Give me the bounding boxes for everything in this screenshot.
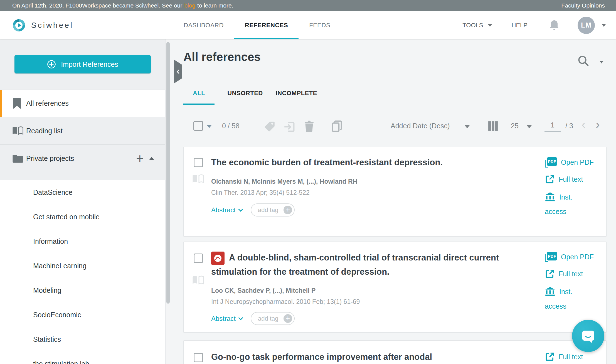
faculty-opinions-label: Faculty Opinions bbox=[561, 2, 605, 9]
reference-card-footer: Abstract add tag + bbox=[211, 203, 295, 217]
reference-checkbox[interactable] bbox=[194, 353, 203, 362]
open-pdf-link[interactable]: PDF Open PDF bbox=[545, 252, 594, 262]
sidebar-item-all-references[interactable]: All references bbox=[0, 90, 165, 117]
copy-icon[interactable] bbox=[331, 120, 343, 132]
project-item[interactable]: the stimulation lab bbox=[0, 351, 165, 364]
abstract-label: Abstract bbox=[211, 315, 236, 323]
institutional-access-link[interactable]: Inst. access bbox=[545, 191, 593, 218]
add-tag-label: add tag bbox=[258, 315, 278, 322]
pdf-icon: PDF bbox=[545, 157, 557, 168]
reference-checkbox[interactable] bbox=[194, 254, 203, 263]
tab-incomplete[interactable]: INCOMPLETE bbox=[276, 84, 317, 105]
tab-unsorted[interactable]: UNSORTED bbox=[227, 84, 263, 105]
sort-chevron-down-icon[interactable] bbox=[465, 125, 470, 128]
brand[interactable]: Sciwheel bbox=[12, 11, 73, 39]
reference-title[interactable]: The economic burden of treatment-resista… bbox=[211, 156, 539, 169]
select-all-checkbox[interactable] bbox=[193, 121, 203, 131]
chevron-down-icon bbox=[488, 24, 492, 27]
import-references-button[interactable]: Import References bbox=[14, 55, 151, 73]
reference-card: A double-blind, sham-controlled trial of… bbox=[183, 242, 607, 333]
reference-source: Int J Neuropsychopharmacol. 2010 Feb; 13… bbox=[211, 298, 360, 306]
tag-icon[interactable] bbox=[264, 120, 275, 132]
inst-access-label-2: access bbox=[545, 302, 566, 310]
full-text-link[interactable]: Full text bbox=[545, 174, 594, 184]
nav-references[interactable]: REFERENCES bbox=[234, 11, 299, 39]
columns-icon[interactable] bbox=[487, 120, 499, 132]
inst-access-label-2: access bbox=[545, 208, 566, 215]
project-item[interactable]: Get started on mobile bbox=[0, 205, 165, 229]
open-pdf-link[interactable]: PDF Open PDF bbox=[545, 157, 594, 168]
search-chevron-down-icon[interactable] bbox=[599, 61, 604, 63]
tab-all[interactable]: ALL bbox=[183, 84, 215, 105]
sciwheel-app: On April 12th, 2020, F1000Workspace beca… bbox=[0, 0, 616, 364]
reference-checkbox[interactable] bbox=[194, 158, 203, 167]
full-text-label: Full text bbox=[559, 353, 583, 361]
reading-list-book-icon bbox=[192, 174, 204, 184]
project-item[interactable]: DataScience bbox=[0, 180, 165, 205]
sidebar-scrollbar-thumb[interactable] bbox=[166, 42, 170, 304]
sidebar-item-label: Reading list bbox=[26, 127, 63, 135]
previous-page-button[interactable]: ‹ bbox=[581, 118, 586, 131]
reading-list-book-icon bbox=[192, 275, 204, 285]
reference-source: Clin Ther. 2013 Apr; 35(4) 512-522 bbox=[211, 189, 310, 196]
reference-title[interactable]: A double-blind, sham-controlled trial of… bbox=[211, 251, 534, 279]
add-project-button[interactable]: + bbox=[136, 152, 144, 165]
sidebar-item-private-projects[interactable]: Private projects + bbox=[0, 145, 165, 172]
trash-icon[interactable] bbox=[303, 120, 315, 132]
sidebar: Import References All references bbox=[0, 39, 165, 364]
project-item[interactable]: MachineLearning bbox=[0, 254, 165, 278]
project-item[interactable]: Statistics bbox=[0, 327, 165, 351]
chat-support-button[interactable] bbox=[572, 320, 604, 352]
folder-icon bbox=[12, 154, 23, 163]
tools-menu[interactable]: TOOLS bbox=[462, 22, 492, 29]
page-size-dropdown[interactable]: 25 bbox=[511, 122, 519, 130]
full-text-link[interactable]: Full text bbox=[545, 269, 594, 279]
header-right-cluster: TOOLS HELP LM bbox=[462, 11, 606, 39]
sort-dropdown[interactable]: Added Date (Desc) bbox=[391, 122, 450, 130]
reference-tabs: ALL UNSORTED INCOMPLETE bbox=[183, 84, 317, 105]
next-page-button[interactable]: › bbox=[596, 118, 600, 131]
full-text-link[interactable]: Full text bbox=[545, 352, 583, 362]
nav-feeds[interactable]: FEEDS bbox=[299, 11, 341, 39]
import-references-label: Import References bbox=[61, 60, 118, 68]
collapse-projects-chevron-up-icon[interactable] bbox=[149, 157, 154, 160]
open-pdf-label: Open PDF bbox=[561, 253, 594, 261]
external-link-icon bbox=[545, 174, 555, 184]
pdf-icon: PDF bbox=[545, 252, 557, 262]
notifications-bell-icon[interactable] bbox=[549, 20, 559, 31]
add-tag-button[interactable]: add tag + bbox=[251, 203, 295, 217]
reference-authors: Olchanski N, McInnis Myers M, (...), How… bbox=[211, 178, 357, 185]
main-content: All references ALL UNSORTED INCOMPLETE 0… bbox=[170, 39, 616, 364]
reference-title[interactable]: Go-no-go task performance improvement af… bbox=[211, 350, 534, 364]
institutional-access-link[interactable]: Inst. access bbox=[545, 286, 593, 312]
reference-card-footer: Abstract add tag + bbox=[211, 312, 295, 325]
project-item[interactable]: Modeling bbox=[0, 278, 165, 302]
abstract-label: Abstract bbox=[211, 206, 236, 214]
project-item[interactable]: Information bbox=[0, 229, 165, 254]
add-tag-button[interactable]: add tag + bbox=[251, 312, 295, 325]
help-menu[interactable]: HELP bbox=[512, 22, 528, 29]
abstract-toggle[interactable]: Abstract bbox=[211, 206, 242, 214]
page-number-input[interactable]: 1 bbox=[544, 121, 561, 132]
page-size-chevron-down-icon[interactable] bbox=[527, 125, 532, 128]
reference-card: Go-no-go task performance improvement af… bbox=[183, 340, 607, 364]
blog-link[interactable]: blog bbox=[184, 2, 195, 9]
banner-message-suffix: to learn more. bbox=[197, 2, 233, 9]
avatar[interactable]: LM bbox=[578, 17, 595, 34]
plus-icon: + bbox=[284, 206, 292, 214]
search-icon[interactable] bbox=[577, 55, 589, 67]
sidebar-item-reading-list[interactable]: Reading list bbox=[0, 117, 165, 145]
open-pdf-label: Open PDF bbox=[561, 158, 594, 166]
nav-dashboard[interactable]: DASHBOARD bbox=[173, 11, 234, 39]
project-item[interactable]: SocioEconomic bbox=[0, 302, 165, 327]
app-header: Sciwheel DASHBOARD REFERENCES FEEDS TOOL… bbox=[0, 11, 616, 39]
reference-actions: PDF Open PDF Full text bbox=[545, 157, 594, 218]
export-icon[interactable] bbox=[284, 121, 295, 133]
collapse-sidebar-handle[interactable] bbox=[174, 60, 182, 83]
reference-card: The economic burden of treatment-resista… bbox=[183, 147, 607, 237]
select-all-chevron-down-icon[interactable] bbox=[207, 125, 212, 128]
external-link-icon bbox=[545, 352, 555, 362]
primary-nav: DASHBOARD REFERENCES FEEDS bbox=[173, 11, 341, 39]
account-chevron-down-icon[interactable] bbox=[602, 24, 606, 27]
abstract-toggle[interactable]: Abstract bbox=[211, 315, 242, 323]
